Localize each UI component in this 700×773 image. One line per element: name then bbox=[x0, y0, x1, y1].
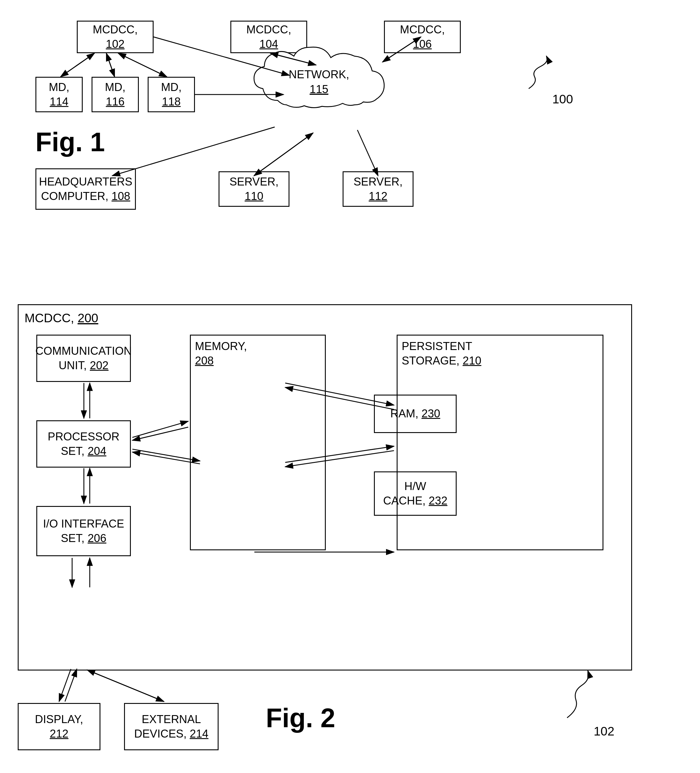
extdev-214-label: EXTERNALDEVICES, 214 bbox=[134, 712, 208, 742]
comm-unit-202-box: COMMUNICATIONUNIT, 202 bbox=[36, 335, 131, 382]
mcdcc-102-box: MCDCC, 102 bbox=[77, 21, 154, 53]
mcdcc-200-box: MCDCC, 200 COMMUNICATIONUNIT, 202 PROCES… bbox=[18, 304, 632, 671]
svg-line-45 bbox=[87, 670, 164, 702]
md-116-box: MD,116 bbox=[92, 77, 139, 112]
comm-unit-202-label: COMMUNICATIONUNIT, 202 bbox=[35, 344, 132, 373]
md-114-box: MD,114 bbox=[35, 77, 83, 112]
fig1-label: Fig. 1 bbox=[35, 127, 105, 158]
server-112-label: SERVER,112 bbox=[353, 174, 403, 204]
md-114-label: MD,114 bbox=[49, 80, 69, 109]
svg-text:NETWORK,: NETWORK, bbox=[289, 68, 349, 81]
svg-line-43 bbox=[65, 669, 77, 702]
md-116-label: MD,116 bbox=[105, 80, 125, 109]
md-118-box: MD,118 bbox=[148, 77, 195, 112]
svg-text:115: 115 bbox=[309, 83, 328, 95]
persistent-210-box: PERSISTENTSTORAGE, 210 PROGRAM, 240 bbox=[397, 335, 603, 550]
page: MCDCC, 102 MCDCC, 104 MCDCC, 106 MD,114 … bbox=[0, 0, 700, 773]
svg-text:100: 100 bbox=[552, 92, 573, 106]
md-118-label: MD,118 bbox=[161, 80, 182, 109]
extdev-214-box: EXTERNALDEVICES, 214 bbox=[124, 703, 219, 750]
svg-line-6 bbox=[61, 53, 95, 77]
mcdcc-106-label: MCDCC, 106 bbox=[389, 23, 455, 52]
svg-line-7 bbox=[61, 53, 95, 77]
persistent-210-label: PERSISTENTSTORAGE, 210 bbox=[402, 339, 481, 368]
figure-1-area: MCDCC, 102 MCDCC, 104 MCDCC, 106 MD,114 … bbox=[18, 12, 676, 284]
proc-set-204-box: PROCESSORSET, 204 bbox=[36, 420, 131, 467]
hq-label: HEADQUARTERSCOMPUTER, 108 bbox=[39, 174, 132, 204]
mcdcc-102-label: MCDCC, 102 bbox=[82, 23, 148, 52]
mcdcc-200-title: MCDCC, 200 bbox=[25, 311, 99, 325]
svg-text:102: 102 bbox=[594, 724, 615, 738]
display-212-box: DISPLAY,212 bbox=[18, 703, 100, 750]
io-set-206-box: I/O INTERFACESET, 206 bbox=[36, 506, 131, 556]
svg-line-30 bbox=[132, 427, 188, 441]
svg-line-29 bbox=[132, 421, 188, 437]
io-set-206-label: I/O INTERFACESET, 206 bbox=[43, 516, 124, 546]
fig2-label: Fig. 2 bbox=[266, 703, 335, 734]
memory-208-box: MEMORY,208 RAM, 230 H/WCACHE, 232 bbox=[190, 335, 326, 550]
svg-line-19 bbox=[254, 133, 313, 176]
server-110-box: SERVER,110 bbox=[219, 171, 289, 207]
svg-line-42 bbox=[59, 669, 71, 702]
network-cloud: NETWORK, 115 bbox=[248, 41, 390, 136]
display-212-label: DISPLAY,212 bbox=[35, 712, 83, 742]
hq-computer-box: HEADQUARTERSCOMPUTER, 108 bbox=[35, 168, 136, 210]
memory-208-label: MEMORY,208 bbox=[195, 339, 247, 368]
svg-line-10 bbox=[118, 53, 167, 77]
svg-line-9 bbox=[106, 53, 115, 77]
server-112-box: SERVER,112 bbox=[343, 171, 414, 207]
server-110-label: SERVER,110 bbox=[230, 174, 279, 204]
svg-line-8 bbox=[106, 53, 115, 77]
proc-set-204-label: PROCESSORSET, 204 bbox=[48, 429, 120, 459]
mcdcc-106-box: MCDCC, 106 bbox=[384, 21, 461, 53]
svg-line-11 bbox=[118, 53, 167, 77]
svg-line-21 bbox=[357, 130, 378, 176]
svg-line-20 bbox=[254, 133, 313, 176]
svg-line-44 bbox=[87, 670, 164, 702]
